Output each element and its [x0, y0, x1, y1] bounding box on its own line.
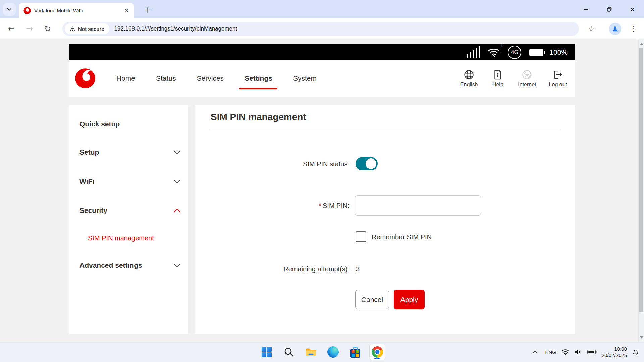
- help-button[interactable]: Help: [488, 69, 507, 88]
- chrome-icon: [372, 346, 383, 358]
- sim-pin-label: *SIM PIN:: [195, 202, 350, 210]
- chevron-up-icon: [173, 208, 181, 213]
- browser-tab[interactable]: Vodafone Mobile WiFi ×: [19, 3, 134, 18]
- taskbar-date: 20/02/2025: [602, 352, 627, 358]
- url-text: 192.168.0.1/#/settings1/security/pinMana…: [114, 25, 237, 32]
- new-tab-button[interactable]: +: [142, 5, 152, 15]
- microsoft-store-button[interactable]: [347, 344, 363, 360]
- scrollbar-down-arrow[interactable]: [640, 336, 643, 339]
- person-icon: [611, 25, 619, 33]
- nav-system[interactable]: System: [293, 74, 317, 82]
- chrome-button[interactable]: [370, 344, 385, 360]
- cancel-button[interactable]: Cancel: [355, 290, 389, 309]
- remaining-attempts-value: 3: [356, 265, 360, 273]
- edge-icon: [327, 346, 339, 358]
- start-button[interactable]: [259, 344, 274, 360]
- device-status-bar: 1 4G 100%: [69, 44, 575, 60]
- page-title: SIM PIN management: [211, 112, 306, 122]
- page-viewport: 1 4G 100% Home Status Services Settings …: [0, 40, 644, 342]
- language-button[interactable]: English: [458, 69, 480, 88]
- vodafone-logo: [75, 68, 96, 89]
- scrollbar-thumb[interactable]: [639, 48, 643, 312]
- tab-strip: Vodafone Mobile WiFi × + ×: [0, 0, 644, 18]
- sim-pin-status-label: SIM PIN status:: [195, 160, 350, 168]
- profile-avatar[interactable]: [609, 23, 621, 35]
- bookmark-star-button[interactable]: ☆: [585, 22, 598, 36]
- internet-button[interactable]: Internet: [516, 69, 538, 88]
- tray-overflow-button[interactable]: [531, 350, 540, 354]
- language-indicator[interactable]: ENG: [545, 349, 556, 355]
- internet-label: Internet: [518, 82, 536, 88]
- remember-sim-pin-label: Remember SIM PIN: [372, 233, 432, 241]
- window-minimize-button[interactable]: [575, 0, 598, 18]
- tray-volume-icon[interactable]: [574, 349, 582, 355]
- main-nav: Home Status Services Settings System: [116, 74, 317, 82]
- restore-icon: [607, 7, 612, 12]
- window-restore-button[interactable]: [598, 0, 621, 18]
- reload-button[interactable]: ↻: [41, 22, 54, 36]
- sim-pin-label-text: SIM PIN:: [323, 202, 350, 209]
- chevron-down-icon: [173, 150, 181, 155]
- sim-pin-input[interactable]: [355, 195, 481, 216]
- nav-status[interactable]: Status: [156, 74, 176, 82]
- security-chip[interactable]: Not secure: [65, 23, 109, 34]
- sim-pin-status-toggle[interactable]: [356, 157, 378, 170]
- sidebar-item-setup[interactable]: Setup: [79, 146, 181, 158]
- nav-services[interactable]: Services: [197, 74, 224, 82]
- tab-title: Vodafone Mobile WiFi: [34, 8, 123, 13]
- sidebar-item-label: SIM PIN management: [88, 234, 154, 242]
- sidebar-item-quick-setup[interactable]: Quick setup: [79, 118, 181, 130]
- help-label: Help: [492, 82, 503, 88]
- sidebar-item-label: Security: [79, 206, 107, 215]
- taskbar-search-button[interactable]: [281, 344, 297, 360]
- file-explorer-button[interactable]: [303, 344, 319, 360]
- notifications-bell-icon[interactable]: [632, 348, 639, 356]
- battery-percent: 100%: [549, 48, 568, 56]
- forward-button[interactable]: →: [23, 22, 36, 36]
- windows-taskbar: ENG 10:00 20/02/2025: [0, 342, 644, 362]
- sidebar-item-wifi[interactable]: WiFi: [79, 176, 181, 187]
- toggle-knob: [366, 158, 376, 169]
- network-globe-icon: [522, 69, 532, 80]
- windows-start-icon: [261, 347, 272, 357]
- main-panel: SIM PIN management SIM PIN status: *SIM …: [195, 105, 575, 334]
- logout-button[interactable]: Log out: [547, 69, 569, 88]
- settings-sidebar: Quick setup Setup WiFi Security SIM PIN …: [69, 105, 188, 334]
- tab-search-button[interactable]: [3, 3, 16, 16]
- page-scrollbar[interactable]: [638, 40, 644, 342]
- site-header: Home Status Services Settings System Eng…: [69, 60, 575, 97]
- edge-button[interactable]: [325, 344, 341, 360]
- back-button[interactable]: ←: [5, 22, 18, 36]
- signal-strength-icon: [467, 46, 480, 58]
- window-close-button[interactable]: ×: [621, 0, 644, 18]
- tray-wifi-icon[interactable]: [561, 349, 569, 355]
- taskbar-tray: ENG 10:00 20/02/2025: [531, 342, 639, 362]
- sidebar-item-security[interactable]: Security: [79, 205, 181, 216]
- nav-settings[interactable]: Settings: [245, 74, 272, 82]
- globe-icon: [464, 69, 474, 80]
- nav-home[interactable]: Home: [116, 74, 135, 82]
- wifi-clients-indicator: 1: [487, 47, 500, 58]
- apply-button[interactable]: Apply: [394, 290, 425, 309]
- chevron-down-icon: [6, 6, 13, 13]
- wifi-client-count: 1: [500, 42, 503, 49]
- logout-icon: [552, 69, 563, 80]
- required-asterisk: *: [319, 202, 321, 209]
- wifi-icon: [487, 47, 500, 58]
- warning-icon: [70, 26, 75, 32]
- tab-close-button[interactable]: ×: [123, 7, 131, 15]
- language-label: English: [460, 82, 478, 88]
- battery-icon: [529, 49, 543, 56]
- address-bar[interactable]: Not secure 192.168.0.1/#/settings1/secur…: [62, 22, 579, 36]
- taskbar-clock[interactable]: 10:00 20/02/2025: [602, 346, 627, 358]
- sidebar-item-advanced-settings[interactable]: Advanced settings: [79, 260, 181, 271]
- sidebar-item-label: WiFi: [79, 177, 94, 185]
- remember-sim-pin-checkbox[interactable]: [356, 231, 366, 242]
- sidebar-item-label: Setup: [79, 148, 99, 156]
- tray-battery-icon[interactable]: [587, 349, 597, 355]
- security-chip-label: Not secure: [78, 26, 104, 32]
- browser-menu-button[interactable]: ⋮: [627, 22, 640, 36]
- browser-toolbar: ← → ↻ Not secure 192.168.0.1/#/settings1…: [0, 18, 644, 39]
- sidebar-item-sim-pin-management[interactable]: SIM PIN management: [88, 232, 181, 244]
- scrollbar-up-arrow[interactable]: [640, 43, 643, 45]
